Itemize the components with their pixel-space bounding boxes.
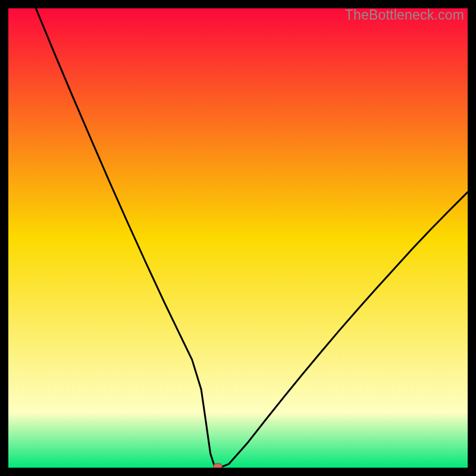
- optimum-marker: [214, 464, 222, 468]
- chart-frame: TheBottleneck.com: [8, 8, 468, 468]
- chart-plot: [8, 8, 468, 468]
- gradient-background: [8, 8, 468, 468]
- watermark-text: TheBottleneck.com: [345, 7, 464, 23]
